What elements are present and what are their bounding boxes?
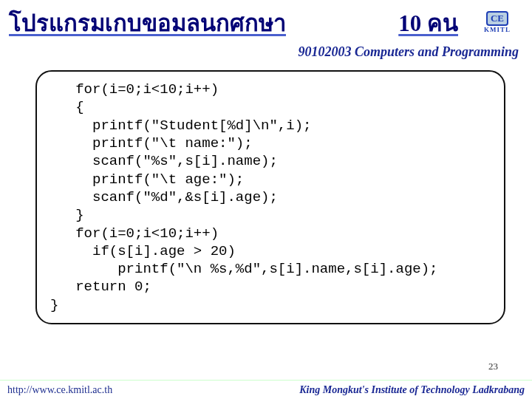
footer-url: http://www.ce.kmitl.ac.th — [7, 384, 112, 396]
code-listing: for(i=0;i<10;i++) { printf("Student[%d]\… — [50, 81, 491, 314]
code-box: for(i=0;i<10;i++) { printf("Student[%d]\… — [35, 70, 505, 324]
title-left: โปรแกรมเกบขอมลนกศกษา — [9, 4, 398, 41]
institute-logo: CE KMITL — [471, 6, 523, 38]
footer-org: King Mongkut's Institute of Technology L… — [299, 384, 525, 396]
logo-text-kmitl: KMITL — [484, 26, 511, 33]
course-subheader: 90102003 Computers and Programming — [0, 41, 532, 60]
title-right: 10 คน — [398, 4, 458, 41]
slide-footer: http://www.ce.kmitl.ac.th King Mongkut's… — [0, 380, 532, 399]
slide-header: โปรแกรมเกบขอมลนกศกษา 10 คน — [0, 0, 532, 41]
logo-text-ce: CE — [486, 11, 508, 26]
page-number: 23 — [488, 361, 498, 372]
